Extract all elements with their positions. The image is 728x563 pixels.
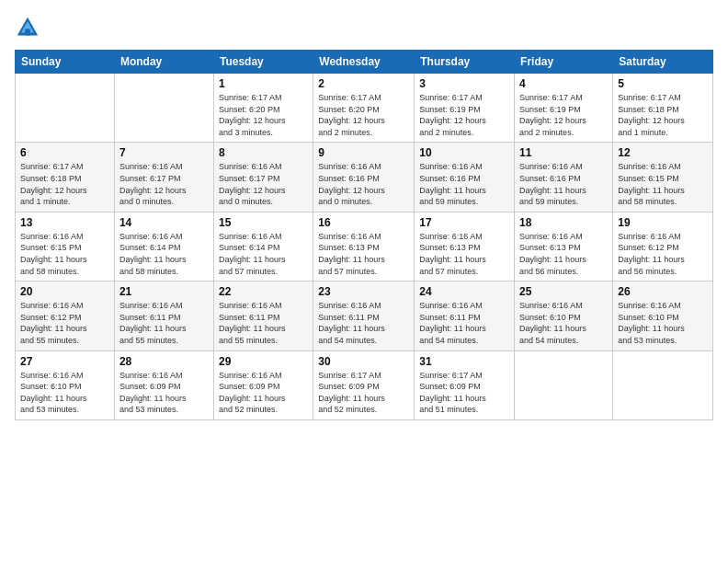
day-number: 26 bbox=[618, 285, 708, 298]
weekday-header: Wednesday bbox=[313, 51, 415, 74]
cell-content: Sunrise: 6:16 AM Sunset: 6:15 PM Dayligh… bbox=[618, 161, 708, 207]
calendar: SundayMondayTuesdayWednesdayThursdayFrid… bbox=[15, 50, 713, 420]
calendar-cell: 10Sunrise: 6:16 AM Sunset: 6:16 PM Dayli… bbox=[415, 143, 515, 212]
cell-content: Sunrise: 6:16 AM Sunset: 6:12 PM Dayligh… bbox=[618, 231, 708, 277]
cell-content: Sunrise: 6:16 AM Sunset: 6:13 PM Dayligh… bbox=[419, 231, 509, 277]
calendar-cell: 18Sunrise: 6:16 AM Sunset: 6:13 PM Dayli… bbox=[515, 212, 613, 281]
day-number: 31 bbox=[419, 355, 509, 368]
calendar-cell: 17Sunrise: 6:16 AM Sunset: 6:13 PM Dayli… bbox=[415, 212, 515, 281]
calendar-cell: 27Sunrise: 6:16 AM Sunset: 6:10 PM Dayli… bbox=[16, 350, 115, 419]
header bbox=[15, 15, 713, 40]
calendar-body: 1Sunrise: 6:17 AM Sunset: 6:20 PM Daylig… bbox=[16, 74, 713, 420]
cell-content: Sunrise: 6:17 AM Sunset: 6:20 PM Dayligh… bbox=[219, 92, 308, 138]
day-number: 11 bbox=[519, 146, 608, 159]
cell-content: Sunrise: 6:17 AM Sunset: 6:18 PM Dayligh… bbox=[20, 161, 109, 207]
day-number: 1 bbox=[219, 77, 308, 90]
calendar-cell bbox=[613, 350, 713, 419]
calendar-cell bbox=[114, 74, 213, 143]
weekday-header: Monday bbox=[114, 51, 213, 74]
day-number: 19 bbox=[618, 216, 708, 229]
day-number: 5 bbox=[618, 77, 708, 90]
day-number: 4 bbox=[519, 77, 608, 90]
calendar-cell: 22Sunrise: 6:16 AM Sunset: 6:11 PM Dayli… bbox=[213, 282, 313, 350]
calendar-cell: 1Sunrise: 6:17 AM Sunset: 6:20 PM Daylig… bbox=[213, 74, 313, 143]
day-number: 21 bbox=[119, 285, 209, 298]
cell-content: Sunrise: 6:16 AM Sunset: 6:16 PM Dayligh… bbox=[419, 161, 509, 207]
day-number: 3 bbox=[419, 77, 509, 90]
cell-content: Sunrise: 6:16 AM Sunset: 6:09 PM Dayligh… bbox=[219, 370, 308, 416]
calendar-cell: 25Sunrise: 6:16 AM Sunset: 6:10 PM Dayli… bbox=[515, 282, 613, 350]
calendar-cell: 4Sunrise: 6:17 AM Sunset: 6:19 PM Daylig… bbox=[515, 74, 613, 143]
cell-content: Sunrise: 6:16 AM Sunset: 6:16 PM Dayligh… bbox=[318, 161, 409, 207]
day-number: 7 bbox=[119, 146, 209, 159]
calendar-cell: 2Sunrise: 6:17 AM Sunset: 6:20 PM Daylig… bbox=[313, 74, 415, 143]
cell-content: Sunrise: 6:17 AM Sunset: 6:19 PM Dayligh… bbox=[419, 92, 509, 138]
day-number: 16 bbox=[318, 216, 409, 229]
calendar-cell: 13Sunrise: 6:16 AM Sunset: 6:15 PM Dayli… bbox=[16, 212, 115, 281]
day-number: 13 bbox=[20, 216, 109, 229]
day-number: 25 bbox=[519, 285, 608, 298]
day-number: 30 bbox=[318, 355, 409, 368]
cell-content: Sunrise: 6:16 AM Sunset: 6:15 PM Dayligh… bbox=[20, 231, 109, 277]
calendar-cell: 6Sunrise: 6:17 AM Sunset: 6:18 PM Daylig… bbox=[16, 143, 115, 212]
day-number: 18 bbox=[519, 216, 608, 229]
day-number: 28 bbox=[119, 355, 209, 368]
calendar-week-row: 27Sunrise: 6:16 AM Sunset: 6:10 PM Dayli… bbox=[16, 350, 713, 419]
day-number: 23 bbox=[318, 285, 409, 298]
calendar-cell: 14Sunrise: 6:16 AM Sunset: 6:14 PM Dayli… bbox=[114, 212, 213, 281]
day-number: 27 bbox=[20, 355, 109, 368]
day-number: 22 bbox=[219, 285, 308, 298]
cell-content: Sunrise: 6:16 AM Sunset: 6:11 PM Dayligh… bbox=[318, 300, 409, 346]
calendar-cell bbox=[515, 350, 613, 419]
weekday-header: Thursday bbox=[415, 51, 515, 74]
page: SundayMondayTuesdayWednesdayThursdayFrid… bbox=[0, 0, 728, 563]
cell-content: Sunrise: 6:16 AM Sunset: 6:10 PM Dayligh… bbox=[20, 370, 109, 416]
weekday-header: Sunday bbox=[16, 51, 115, 74]
calendar-cell: 12Sunrise: 6:16 AM Sunset: 6:15 PM Dayli… bbox=[613, 143, 713, 212]
day-number: 24 bbox=[419, 285, 509, 298]
weekday-header-row: SundayMondayTuesdayWednesdayThursdayFrid… bbox=[16, 51, 713, 74]
day-number: 20 bbox=[20, 285, 109, 298]
day-number: 8 bbox=[219, 146, 308, 159]
calendar-cell: 26Sunrise: 6:16 AM Sunset: 6:10 PM Dayli… bbox=[613, 282, 713, 350]
day-number: 14 bbox=[119, 216, 209, 229]
calendar-cell: 29Sunrise: 6:16 AM Sunset: 6:09 PM Dayli… bbox=[213, 350, 313, 419]
cell-content: Sunrise: 6:16 AM Sunset: 6:09 PM Dayligh… bbox=[119, 370, 209, 416]
calendar-cell: 19Sunrise: 6:16 AM Sunset: 6:12 PM Dayli… bbox=[613, 212, 713, 281]
calendar-week-row: 20Sunrise: 6:16 AM Sunset: 6:12 PM Dayli… bbox=[16, 282, 713, 350]
calendar-week-row: 1Sunrise: 6:17 AM Sunset: 6:20 PM Daylig… bbox=[16, 74, 713, 143]
calendar-cell: 15Sunrise: 6:16 AM Sunset: 6:14 PM Dayli… bbox=[213, 212, 313, 281]
day-number: 17 bbox=[419, 216, 509, 229]
cell-content: Sunrise: 6:16 AM Sunset: 6:11 PM Dayligh… bbox=[219, 300, 308, 346]
cell-content: Sunrise: 6:17 AM Sunset: 6:09 PM Dayligh… bbox=[419, 370, 509, 416]
cell-content: Sunrise: 6:16 AM Sunset: 6:14 PM Dayligh… bbox=[219, 231, 308, 277]
day-number: 6 bbox=[20, 146, 109, 159]
calendar-cell: 20Sunrise: 6:16 AM Sunset: 6:12 PM Dayli… bbox=[16, 282, 115, 350]
day-number: 29 bbox=[219, 355, 308, 368]
svg-rect-2 bbox=[25, 29, 30, 35]
calendar-cell: 8Sunrise: 6:16 AM Sunset: 6:17 PM Daylig… bbox=[213, 143, 313, 212]
logo bbox=[15, 15, 44, 40]
day-number: 10 bbox=[419, 146, 509, 159]
calendar-cell: 31Sunrise: 6:17 AM Sunset: 6:09 PM Dayli… bbox=[415, 350, 515, 419]
cell-content: Sunrise: 6:16 AM Sunset: 6:14 PM Dayligh… bbox=[119, 231, 209, 277]
calendar-cell: 11Sunrise: 6:16 AM Sunset: 6:16 PM Dayli… bbox=[515, 143, 613, 212]
calendar-week-row: 13Sunrise: 6:16 AM Sunset: 6:15 PM Dayli… bbox=[16, 212, 713, 281]
cell-content: Sunrise: 6:17 AM Sunset: 6:18 PM Dayligh… bbox=[618, 92, 708, 138]
cell-content: Sunrise: 6:16 AM Sunset: 6:13 PM Dayligh… bbox=[519, 231, 608, 277]
cell-content: Sunrise: 6:16 AM Sunset: 6:11 PM Dayligh… bbox=[119, 300, 209, 346]
calendar-cell: 21Sunrise: 6:16 AM Sunset: 6:11 PM Dayli… bbox=[114, 282, 213, 350]
cell-content: Sunrise: 6:17 AM Sunset: 6:19 PM Dayligh… bbox=[519, 92, 608, 138]
weekday-header: Saturday bbox=[613, 51, 713, 74]
calendar-cell: 24Sunrise: 6:16 AM Sunset: 6:11 PM Dayli… bbox=[415, 282, 515, 350]
cell-content: Sunrise: 6:16 AM Sunset: 6:17 PM Dayligh… bbox=[219, 161, 308, 207]
calendar-cell: 5Sunrise: 6:17 AM Sunset: 6:18 PM Daylig… bbox=[613, 74, 713, 143]
day-number: 15 bbox=[219, 216, 308, 229]
calendar-cell: 7Sunrise: 6:16 AM Sunset: 6:17 PM Daylig… bbox=[114, 143, 213, 212]
cell-content: Sunrise: 6:16 AM Sunset: 6:10 PM Dayligh… bbox=[519, 300, 608, 346]
day-number: 9 bbox=[318, 146, 409, 159]
calendar-cell: 16Sunrise: 6:16 AM Sunset: 6:13 PM Dayli… bbox=[313, 212, 415, 281]
cell-content: Sunrise: 6:16 AM Sunset: 6:13 PM Dayligh… bbox=[318, 231, 409, 277]
calendar-cell: 28Sunrise: 6:16 AM Sunset: 6:09 PM Dayli… bbox=[114, 350, 213, 419]
day-number: 12 bbox=[618, 146, 708, 159]
